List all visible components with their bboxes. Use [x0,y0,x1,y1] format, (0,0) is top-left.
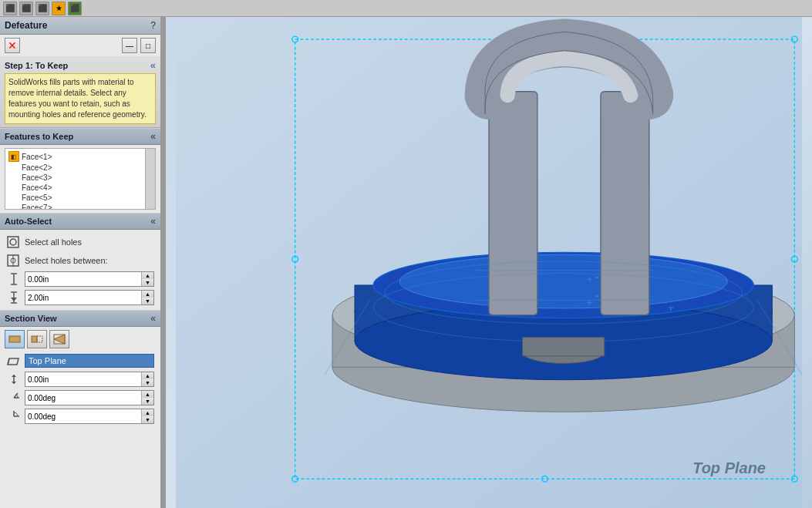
auto-select-collapse-icon[interactable]: « [150,216,156,227]
offset-input-container: ▲ ▼ [25,372,154,387]
toolbar-icon-5[interactable]: ⬛ [68,2,82,15]
angle1-input-container: ▲ ▼ [25,390,154,405]
step-collapse-icon[interactable]: « [150,59,156,71]
svg-point-1 [10,239,16,245]
svg-rect-0 [8,237,19,247]
section-view-collapse-icon[interactable]: « [150,313,156,324]
list-item: Face<2> [7,163,153,173]
spin-buttons-angle2: ▲ ▼ [141,409,153,423]
angle1-input[interactable] [25,391,141,405]
panel-action-row: ✕ — □ [0,35,160,56]
offset-input[interactable] [25,372,141,386]
maximize-button[interactable]: □ [140,38,156,53]
toolbar-icon-3[interactable]: ⬛ [35,2,49,15]
svg-rect-59 [522,338,604,356]
top-plane-label: Top Plane [692,459,766,477]
select-all-holes-row[interactable]: Select all holes [3,233,157,251]
section-view-area: ▲ ▼ ▲ ▼ [0,327,160,429]
spin-buttons-1: ▲ ▼ [141,272,153,286]
sv-button-flat[interactable] [5,330,25,348]
sv-button-section[interactable] [49,330,69,348]
height-min-icon [6,271,22,287]
spin-up-offset[interactable]: ▲ [141,372,153,379]
svg-text:+: + [587,297,593,308]
svg-marker-16 [54,335,65,344]
section-view-title: Section View [5,314,57,323]
input-value-1-container: ▲ ▼ [25,271,154,287]
toolbar: ⬛ ⬛ ⬛ ★ ⬛ [0,0,812,17]
close-button[interactable]: ✕ [5,38,20,53]
panel-help-icon[interactable]: ? [150,20,156,31]
svg-text:+: + [668,302,674,314]
toolbar-icon-4[interactable]: ★ [52,2,66,15]
spin-down-offset[interactable]: ▼ [141,379,153,386]
offset-input-row: ▲ ▼ [3,370,157,389]
list-item: ◧ Face<1> [7,150,153,163]
input-row-2: ▲ ▼ [3,288,157,307]
spin-up-angle2[interactable]: ▲ [141,409,153,416]
feature-list-container: ◧ Face<1> Face<2> Face<3> Face<4> Face<5… [5,148,156,210]
svg-rect-13 [32,336,37,342]
svg-rect-12 [9,336,20,342]
auto-select-header[interactable]: Auto-Select « [0,213,160,230]
auto-select-section: Select all holes Select holes between: [0,230,160,310]
angle2-icon [6,409,22,424]
features-to-keep-title: Features to Keep [5,132,73,141]
auto-select-title: Auto-Select [5,217,52,226]
step-title: Step 1: To Keep « [5,59,156,71]
angle1-icon [6,390,22,405]
select-all-holes-icon [6,235,20,249]
main-layout: Defeature ? ✕ — □ Step 1: To Keep « Soli… [0,17,812,508]
toolbar-icon-2[interactable]: ⬛ [19,2,33,15]
input-row-1: ▲ ▼ [3,270,157,288]
plane-input[interactable] [25,354,154,368]
input-value-2[interactable] [25,291,141,304]
panel-header: Defeature ? [0,17,160,35]
select-holes-between-icon [6,254,20,267]
list-item: Face<3> [7,173,153,183]
input-value-2-container: ▲ ▼ [25,290,154,305]
list-item: Face<4> [7,183,153,193]
spin-down-2[interactable]: ▼ [141,298,153,304]
toolbar-icon-1[interactable]: ⬛ [3,2,17,15]
sv-button-half[interactable] [27,330,47,348]
list-item: Face<7> [7,203,153,210]
section-view-header[interactable]: Section View « [0,310,160,327]
svg-point-49 [596,277,598,279]
features-to-keep-header[interactable]: Features to Keep « [0,128,160,145]
select-holes-between-label: Select holes between: [25,256,108,265]
face-icon-1: ◧ [8,151,19,162]
minimize-button[interactable]: — [122,38,137,53]
step-info-text: SolidWorks fills parts with material to … [5,73,156,124]
features-collapse-icon[interactable]: « [150,131,156,142]
spin-buttons-offset: ▲ ▼ [141,372,153,386]
spin-up-2[interactable]: ▲ [141,291,153,298]
svg-line-18 [8,358,9,365]
angle2-input[interactable] [25,409,141,423]
panel-title: Defeature [5,20,47,31]
plane-input-row [3,352,157,370]
spin-up-angle1[interactable]: ▲ [141,391,153,398]
angle2-input-container: ▲ ▼ [25,409,154,424]
svg-marker-11 [11,298,17,301]
spin-down-angle2[interactable]: ▼ [141,416,153,423]
spin-down-angle1[interactable]: ▼ [141,398,153,405]
svg-marker-20 [12,375,16,377]
select-all-holes-label: Select all holes [25,237,82,247]
feature-list-scrollbar[interactable] [145,149,155,209]
angle1-input-row: ▲ ▼ [3,389,157,407]
viewport-svg: + + + [166,17,812,508]
svg-point-50 [596,295,598,298]
svg-rect-46 [601,92,649,315]
spin-down-1[interactable]: ▼ [141,279,153,286]
spin-up-1[interactable]: ▲ [141,272,153,279]
angle2-input-row: ▲ ▼ [3,407,157,426]
section-view-buttons [3,330,157,348]
features-section: ◧ Face<1> Face<2> Face<3> Face<4> Face<5… [0,145,160,213]
step-info-box: Step 1: To Keep « SolidWorks fills parts… [0,56,160,128]
select-holes-between-row[interactable]: Select holes between: [3,251,157,270]
svg-text:+: + [587,274,593,285]
viewport[interactable]: + + + Top Plane [166,17,812,508]
list-item: Face<5> [7,193,153,203]
input-value-1[interactable] [25,272,141,286]
